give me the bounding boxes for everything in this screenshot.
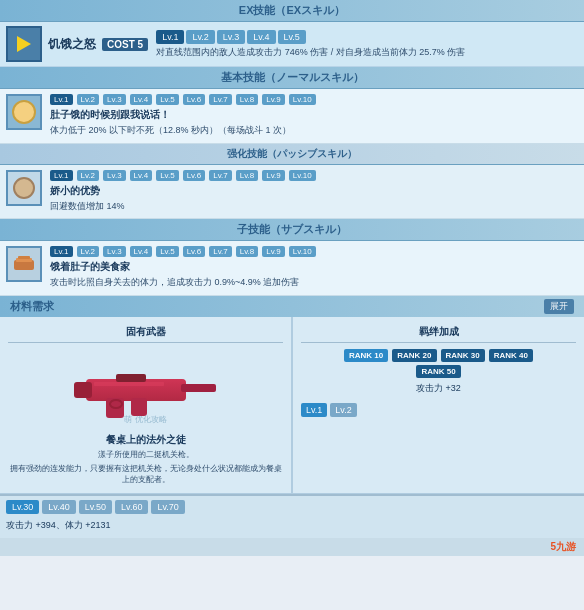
normal-lv6[interactable]: Lv.6 xyxy=(183,94,206,105)
sub-lv4[interactable]: Lv.4 xyxy=(130,246,153,257)
rank-50[interactable]: RANK 50 xyxy=(416,365,460,378)
level-stat: 攻击力 +394、体力 +2131 xyxy=(6,517,578,534)
weapons-panel-title: 固有武器 xyxy=(8,325,283,343)
svg-rect-5 xyxy=(181,384,216,392)
expand-button[interactable]: 展开 xyxy=(544,299,574,314)
passive-lv8[interactable]: Lv.8 xyxy=(236,170,259,181)
weapon-image-area: 萌 优化攻略 xyxy=(8,349,283,429)
ex-skill-name: 饥饿之怒 xyxy=(48,36,96,53)
rank-40[interactable]: RANK 40 xyxy=(489,349,533,362)
rank-badges-row: RANK 10 RANK 20 RANK 30 RANK 40 xyxy=(301,349,576,362)
passive-skill-row: Lv.1 Lv.2 Lv.3 Lv.4 Lv.5 Lv.6 Lv.7 Lv.8 … xyxy=(0,165,584,220)
passive-skill-name: 娇小的优势 xyxy=(50,184,578,198)
passive-lv6[interactable]: Lv.6 xyxy=(183,170,206,181)
ex-lv2[interactable]: Lv.2 xyxy=(186,30,214,44)
rank-10[interactable]: RANK 10 xyxy=(344,349,388,362)
normal-skill-row: Lv.1 Lv.2 Lv.3 Lv.4 Lv.5 Lv.6 Lv.7 Lv.8 … xyxy=(0,89,584,144)
normal-skill-icon xyxy=(6,94,42,130)
lv30-badge[interactable]: Lv.30 xyxy=(6,500,39,514)
weapon-name: 餐桌上的法外之徒 xyxy=(8,433,283,447)
sub-lv5[interactable]: Lv.5 xyxy=(156,246,179,257)
lv70-badge[interactable]: Lv.70 xyxy=(151,500,184,514)
svg-rect-8 xyxy=(74,382,92,398)
ex-lv4[interactable]: Lv.4 xyxy=(247,30,275,44)
normal-skill-name-row: Lv.1 Lv.2 Lv.3 Lv.4 Lv.5 Lv.6 Lv.7 Lv.8 … xyxy=(50,94,578,105)
right-lv1[interactable]: Lv.1 xyxy=(301,403,327,417)
brand-watermark: 5九游 xyxy=(0,538,584,556)
normal-skill-content: Lv.1 Lv.2 Lv.3 Lv.4 Lv.5 Lv.6 Lv.7 Lv.8 … xyxy=(50,94,578,138)
person-icon xyxy=(13,177,35,199)
sub-lv8[interactable]: Lv.8 xyxy=(236,246,259,257)
rank-stat: 攻击力 +32 xyxy=(301,382,576,395)
passive-skill-desc: 回避数值增加 14% xyxy=(50,200,578,214)
materials-title: 材料需求 xyxy=(10,299,54,314)
ex-lv3[interactable]: Lv.3 xyxy=(217,30,245,44)
level-upgrade-section: Lv.30 Lv.40 Lv.50 Lv.60 Lv.70 攻击力 +394、体… xyxy=(0,494,584,538)
normal-skill-desc: 体力低于 20% 以下时不死（12.8% 秒内）（每场战斗 1 次） xyxy=(50,124,578,138)
sub-lv1[interactable]: Lv.1 xyxy=(50,246,73,257)
weapon-subdesc: 漾子所使用的二挺机关枪。 xyxy=(8,449,283,460)
right-lv2[interactable]: Lv.2 xyxy=(330,403,356,417)
passive-lv1[interactable]: Lv.1 xyxy=(50,170,73,181)
sub-lv6[interactable]: Lv.6 xyxy=(183,246,206,257)
sub-lv2[interactable]: Lv.2 xyxy=(77,246,100,257)
right-lv-row: Lv.1 Lv.2 xyxy=(301,403,576,417)
face-icon xyxy=(12,100,36,124)
sub-skill-name: 饿着肚子的美食家 xyxy=(50,260,578,274)
sub-skill-content: Lv.1 Lv.2 Lv.3 Lv.4 Lv.5 Lv.6 Lv.7 Lv.8 … xyxy=(50,246,578,290)
svg-rect-10 xyxy=(116,374,146,382)
passive-skill-content: Lv.1 Lv.2 Lv.3 Lv.4 Lv.5 Lv.6 Lv.7 Lv.8 … xyxy=(50,170,578,214)
cost-badge: COST 5 xyxy=(102,38,148,51)
passive-skill-name-row: Lv.1 Lv.2 Lv.3 Lv.4 Lv.5 Lv.6 Lv.7 Lv.8 … xyxy=(50,170,578,181)
watermark: 萌 优化攻略 xyxy=(124,414,166,425)
rank-20[interactable]: RANK 20 xyxy=(392,349,436,362)
arrow-icon xyxy=(17,36,31,52)
food-icon xyxy=(12,252,36,276)
sub-skill-name-row: Lv.1 Lv.2 Lv.3 Lv.4 Lv.5 Lv.6 Lv.7 Lv.8 … xyxy=(50,246,578,257)
normal-lv10[interactable]: Lv.10 xyxy=(289,94,316,105)
sub-skill-header: 子技能（サブスキル） xyxy=(0,219,584,241)
passive-lv3[interactable]: Lv.3 xyxy=(103,170,126,181)
normal-lv7[interactable]: Lv.7 xyxy=(209,94,232,105)
ex-lv5[interactable]: Lv.5 xyxy=(278,30,306,44)
passive-lv9[interactable]: Lv.9 xyxy=(262,170,285,181)
weapons-panel: 固有武器 xyxy=(0,317,293,494)
sub-skill-row: Lv.1 Lv.2 Lv.3 Lv.4 Lv.5 Lv.6 Lv.7 Lv.8 … xyxy=(0,241,584,296)
rank-30[interactable]: RANK 30 xyxy=(441,349,485,362)
normal-lv8[interactable]: Lv.8 xyxy=(236,94,259,105)
passive-lv10[interactable]: Lv.10 xyxy=(289,170,316,181)
passive-skill-header: 强化技能（パッシブスキル） xyxy=(0,144,584,165)
rank-50-row: RANK 50 xyxy=(301,365,576,378)
svg-rect-2 xyxy=(18,256,30,259)
passive-lv2[interactable]: Lv.2 xyxy=(77,170,100,181)
normal-lv2[interactable]: Lv.2 xyxy=(77,94,100,105)
normal-lv5[interactable]: Lv.5 xyxy=(156,94,179,105)
ex-level-tabs: Lv.1 Lv.2 Lv.3 Lv.4 Lv.5 对直线范围内的敌人造成攻击力 … xyxy=(156,30,578,59)
normal-lv3[interactable]: Lv.3 xyxy=(103,94,126,105)
weapon-desc: 拥有强劲的连发能力，只要握有这把机关枪，无论身处什么状况都能成为餐桌上的支配者。 xyxy=(8,463,283,485)
ex-lv1[interactable]: Lv.1 xyxy=(156,30,184,44)
ex-skill-icon xyxy=(6,26,42,62)
passive-lv5[interactable]: Lv.5 xyxy=(156,170,179,181)
sub-lv9[interactable]: Lv.9 xyxy=(262,246,285,257)
normal-skill-header: 基本技能（ノーマルスキル） xyxy=(0,67,584,89)
passive-skill-icon xyxy=(6,170,42,206)
ex-skill-section-header: EX技能（EXスキル） xyxy=(0,0,584,22)
svg-rect-9 xyxy=(94,382,164,386)
normal-lv4[interactable]: Lv.4 xyxy=(130,94,153,105)
materials-body: 固有武器 xyxy=(0,317,584,495)
sub-lv10[interactable]: Lv.10 xyxy=(289,246,316,257)
sub-lv3[interactable]: Lv.3 xyxy=(103,246,126,257)
normal-lv1[interactable]: Lv.1 xyxy=(50,94,73,105)
lv60-badge[interactable]: Lv.60 xyxy=(115,500,148,514)
rank-panel: 羁绊加成 RANK 10 RANK 20 RANK 30 RANK 40 RAN… xyxy=(293,317,584,494)
level-upgrade-row: Lv.30 Lv.40 Lv.50 Lv.60 Lv.70 攻击力 +394、体… xyxy=(0,496,584,538)
lv40-badge[interactable]: Lv.40 xyxy=(42,500,75,514)
sub-lv7[interactable]: Lv.7 xyxy=(209,246,232,257)
passive-lv4[interactable]: Lv.4 xyxy=(130,170,153,181)
passive-lv7[interactable]: Lv.7 xyxy=(209,170,232,181)
rank-panel-title: 羁绊加成 xyxy=(301,325,576,343)
lv50-badge[interactable]: Lv.50 xyxy=(79,500,112,514)
sub-skill-desc: 攻击时比照自身关去的体力，追成攻击力 0.9%~4.9% 追加伤害 xyxy=(50,276,578,290)
normal-lv9[interactable]: Lv.9 xyxy=(262,94,285,105)
